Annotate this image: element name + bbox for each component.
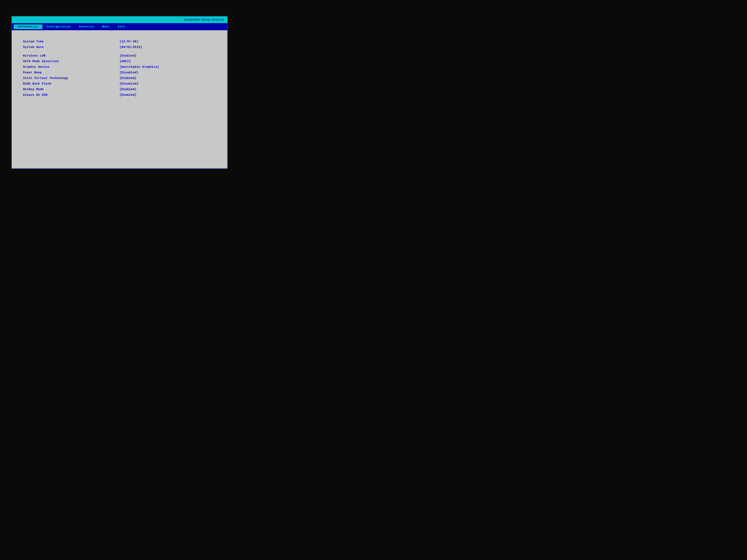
table-row: Wireless LAN [Enabled] xyxy=(23,53,216,59)
table-row: BIOS Back Flash [Disabled] xyxy=(23,81,216,87)
setting-value-always-on-usb[interactable]: [Enabled] xyxy=(120,92,216,98)
menu-item-security[interactable]: Security xyxy=(75,24,98,29)
setting-value-hotkey-mode[interactable]: [Enabled] xyxy=(120,87,216,92)
table-row: Intel Virtual Technology [Enabled] xyxy=(23,75,216,81)
bios-screen: InsydeH2O Setup Utility Information Conf… xyxy=(11,16,228,169)
setting-value-bios-back-flash[interactable]: [Disabled] xyxy=(120,81,216,87)
setting-value-graphic-device[interactable]: [Switchable Graphics] xyxy=(120,64,216,70)
setting-label-system-time: System Time xyxy=(23,39,120,45)
table-row: System Date [09/01/2019] xyxy=(23,45,216,50)
table-row: Power Beep [Disabled] xyxy=(23,70,216,75)
setting-value-system-time[interactable]: [12:57:48] xyxy=(120,39,216,45)
menu-item-boot[interactable]: Boot xyxy=(98,24,114,29)
top-bar: InsydeH2O Setup Utility xyxy=(12,17,227,23)
setting-label-power-beep: Power Beep xyxy=(23,70,120,75)
table-row: SATA Mode Selection [AHCI] xyxy=(23,59,216,64)
table-row: Graphic Device [Switchable Graphics] xyxy=(23,64,216,70)
setting-value-system-date[interactable]: [09/01/2019] xyxy=(120,45,216,50)
setting-value-power-beep[interactable]: [Disabled] xyxy=(120,70,216,75)
setting-label-hotkey-mode: HotKey Mode xyxy=(23,87,120,92)
table-row: Always On USB [Enabled] xyxy=(23,92,216,98)
setting-label-system-date: System Date xyxy=(23,45,120,50)
content-area: System Time [12:57:48] System Date [09/0… xyxy=(12,30,227,168)
menu-item-configuration[interactable]: Configuration xyxy=(43,24,75,29)
setting-label-intel-vt: Intel Virtual Technology xyxy=(23,75,120,81)
table-row: System Time [12:57:48] xyxy=(23,39,216,45)
table-row: HotKey Mode [Enabled] xyxy=(23,87,216,92)
utility-title: InsydeH2O Setup Utility xyxy=(184,18,224,21)
menu-bar[interactable]: Information Configuration Security Boot … xyxy=(12,23,227,30)
setting-label-wireless-lan: Wireless LAN xyxy=(23,53,120,59)
setting-label-bios-back-flash: BIOS Back Flash xyxy=(23,81,120,87)
setting-value-sata-mode[interactable]: [AHCI] xyxy=(120,59,216,64)
setting-value-wireless-lan[interactable]: [Enabled] xyxy=(120,53,216,59)
menu-item-information[interactable]: Information xyxy=(14,24,43,29)
setting-value-intel-vt[interactable]: [Enabled] xyxy=(120,75,216,81)
settings-table: System Time [12:57:48] System Date [09/0… xyxy=(23,36,216,98)
setting-label-sata-mode: SATA Mode Selection xyxy=(23,59,120,64)
setting-label-always-on-usb: Always On USB xyxy=(23,92,120,98)
setting-label-graphic-device: Graphic Device xyxy=(23,64,120,70)
menu-item-exit[interactable]: Exit xyxy=(114,24,129,29)
